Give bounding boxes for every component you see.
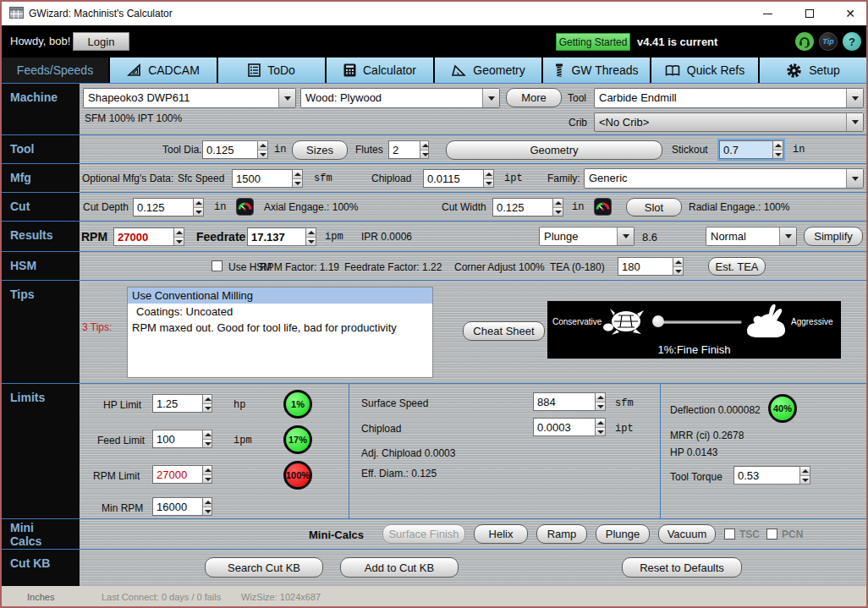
minimize-button[interactable] (751, 2, 783, 25)
use-hsm-checkbox[interactable] (212, 260, 222, 271)
tsc-checkbox[interactable] (724, 529, 735, 540)
min-rpm-input[interactable] (152, 497, 202, 516)
support-headset-icon[interactable] (795, 32, 814, 51)
surface-speed-spinner[interactable] (595, 392, 606, 411)
min-rpm-spinner[interactable] (202, 497, 212, 516)
cheat-sheet-button[interactable]: Cheat Sheet (463, 321, 545, 341)
hp-limit-spinner[interactable] (202, 394, 212, 413)
tool-torque-input-group (733, 466, 810, 485)
aggressiveness-slider-track[interactable] (660, 320, 742, 324)
slider-caption: 1%:Fine Finish (547, 343, 841, 356)
crib-select[interactable]: <No Crib> (594, 112, 864, 132)
surface-finish-button[interactable]: Surface Finish (382, 524, 465, 544)
tab-cadcam[interactable]: CADCAM (110, 58, 217, 83)
geometry-button[interactable]: Geometry (446, 140, 662, 160)
pcn-checkbox[interactable] (766, 529, 777, 540)
cut-width-spinner[interactable] (552, 198, 563, 216)
greeting-text: Howdy, bob! (10, 35, 70, 47)
simplify-button[interactable]: Simplify (804, 227, 863, 246)
stickout-spinner[interactable] (772, 140, 783, 159)
est-tea-button[interactable]: Est. TEA (708, 257, 766, 276)
hp-limit-input-group (152, 394, 212, 413)
limits-divider-1 (349, 384, 349, 518)
tip-item[interactable]: Coatings: Uncoated (128, 304, 432, 320)
reset-to-defaults-button[interactable]: Reset to Defaults (622, 557, 742, 578)
rpm-input[interactable] (113, 227, 173, 246)
axial-gauge-icon[interactable] (236, 198, 254, 216)
rpm-spinner[interactable] (173, 227, 184, 246)
getting-started-button[interactable]: Getting Started (556, 33, 630, 51)
aggressiveness-slider-handle[interactable] (652, 315, 664, 327)
more-button[interactable]: More (506, 88, 562, 107)
tab-todo[interactable]: ToDo (218, 58, 325, 83)
tab-setup[interactable]: Setup (760, 58, 866, 83)
units-toggle[interactable]: Inches (27, 592, 54, 602)
maximize-button[interactable] (794, 2, 826, 25)
tea-input[interactable] (618, 257, 673, 276)
radial-gauge-icon[interactable] (594, 198, 612, 216)
search-cut-kb-button[interactable]: Search Cut KB (205, 557, 323, 578)
feed-limit-input[interactable] (152, 430, 202, 448)
min-rpm-label: Min RPM (102, 502, 143, 514)
limits-chipload-input[interactable] (533, 418, 595, 436)
tool-dia-input[interactable] (202, 140, 257, 159)
sfc-speed-input[interactable] (232, 169, 292, 188)
helix-button[interactable]: Helix (474, 524, 528, 544)
tab-quick-refs[interactable]: Quick Refs (651, 58, 758, 83)
flutes-spinner[interactable] (420, 140, 429, 159)
mode-value-text: 8.6 (642, 231, 657, 244)
login-button[interactable]: Login (73, 32, 129, 51)
tool-select-label: Tool (568, 92, 586, 104)
tab-calculator[interactable]: Calculator (327, 58, 433, 83)
hp-limit-input[interactable] (152, 394, 202, 413)
tea-spinner[interactable] (673, 257, 684, 276)
cut-row: Cut Depth in Axial Engage.: 100% Cut Wid… (80, 193, 866, 222)
stickout-input[interactable] (719, 140, 772, 159)
vacuum-button[interactable]: Vacuum (658, 524, 716, 544)
tip-item[interactable]: Use Conventional Milling (128, 288, 432, 304)
tip-item[interactable]: RPM maxed out. Good for tool life, bad f… (128, 320, 432, 336)
feed-limit-spinner[interactable] (202, 430, 212, 448)
surface-speed-input[interactable] (533, 392, 595, 411)
tool-dia-spinner[interactable] (257, 140, 268, 159)
feedrate-input[interactable] (247, 227, 305, 246)
tool-torque-spinner[interactable] (799, 466, 810, 485)
mfg-chipload-spinner[interactable] (483, 169, 494, 188)
rpm-limit-badge: 100% (283, 461, 312, 490)
flutes-input[interactable] (388, 140, 420, 159)
rpm-limit-label: RPM Limit (93, 470, 140, 482)
help-icon[interactable]: ? (843, 32, 861, 51)
tool-dia-label: Tool Dia. (162, 144, 202, 156)
slot-button[interactable]: Slot (626, 198, 682, 216)
ramp-button[interactable]: Ramp (536, 524, 587, 544)
tool-torque-input[interactable] (733, 466, 799, 485)
sidebar: Machine Tool Mfg Cut Results HSM Tips Li… (2, 84, 80, 587)
family-select[interactable]: Generic (584, 168, 864, 189)
material-select[interactable]: Wood: Plywood (300, 88, 500, 108)
tip-icon[interactable]: Tip (819, 32, 838, 51)
sfc-speed-spinner[interactable] (292, 169, 303, 188)
close-button[interactable]: ✕ (834, 2, 866, 25)
sidebar-item-tips: Tips (2, 281, 80, 384)
cut-width-input[interactable] (492, 198, 552, 216)
feedrate-spinner[interactable] (305, 227, 316, 246)
tab-gw-threads[interactable]: GW Threads (543, 58, 650, 83)
rpm-limit-input[interactable] (152, 465, 202, 484)
rpm-limit-spinner[interactable] (202, 465, 212, 484)
tab-geometry[interactable]: Geometry (435, 58, 541, 83)
min-rpm-input-group (152, 497, 212, 516)
plunge-button[interactable]: Plunge (596, 524, 650, 544)
tab-feeds-speeds[interactable]: Feeds/Speeds (2, 58, 108, 83)
mfg-chipload-input[interactable] (423, 169, 483, 188)
sizes-button[interactable]: Sizes (292, 140, 348, 160)
tab-bar: Feeds/Speeds CADCAM ToDo (2, 58, 866, 83)
limits-chipload-spinner[interactable] (595, 418, 606, 436)
mode-select[interactable]: Plunge (539, 227, 635, 246)
rpm-label: RPM (81, 230, 107, 244)
cut-depth-spinner[interactable] (193, 198, 204, 216)
profile-select[interactable]: Normal (706, 227, 797, 246)
tool-type-select[interactable]: Carbide Endmill (594, 88, 864, 108)
add-to-cut-kb-button[interactable]: Add to Cut KB (340, 557, 459, 578)
cut-depth-input[interactable] (133, 198, 193, 216)
machine-select[interactable]: Shapeoko3 DWP611 (83, 88, 296, 108)
